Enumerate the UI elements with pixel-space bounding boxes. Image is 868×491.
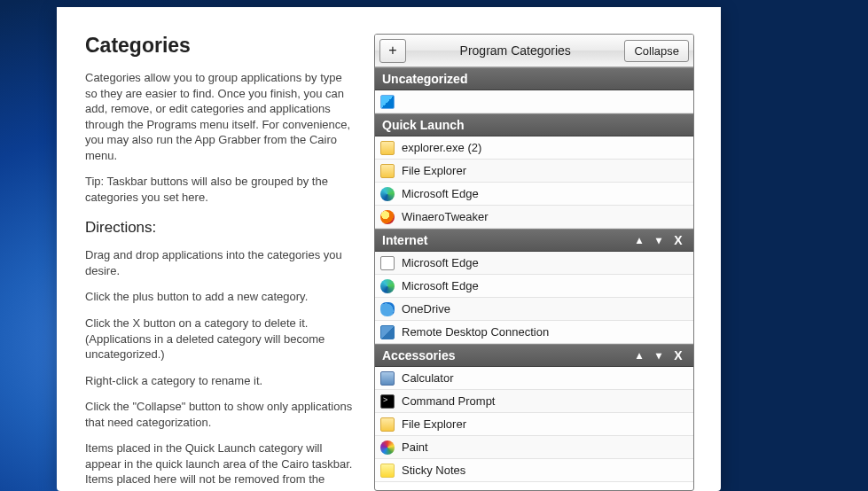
edge-icon [380,187,395,201]
folder-icon [380,164,395,178]
program-item[interactable]: OneDrive [375,298,693,321]
program-label: Microsoft Edge [402,256,479,269]
program-item[interactable]: explorer.exe (2) [375,136,693,160]
category-name: Quick Launch [382,118,686,132]
edge-icon [380,279,395,293]
program-item[interactable]: Microsoft Edge [375,183,693,206]
category-header[interactable]: Internet▴▾X [375,229,693,252]
program-item[interactable]: Paint [375,436,693,459]
tip-paragraph: Tip: Taskbar buttons will also be groupe… [85,174,355,205]
rdp-icon [380,325,395,339]
sticky-icon [380,464,395,478]
page-title: Categories [85,34,355,58]
program-label: explorer.exe (2) [402,141,481,154]
calc-icon [380,371,395,386]
intro-paragraph: Categories allow you to group applicatio… [85,70,355,163]
direction-text: Click the plus button to add a new categ… [85,289,355,305]
categories-panel: + Program Categories Collapse Uncategori… [374,34,694,491]
category-header[interactable]: Quick Launch [375,113,693,136]
program-item[interactable]: File Explorer [375,160,693,183]
win-icon [380,95,395,109]
program-item[interactable] [375,90,693,113]
program-label: File Explorer [402,417,466,431]
program-item[interactable]: Command Prompt [375,390,693,413]
doc-icon [380,256,395,270]
paint-icon [380,440,395,455]
app-grabber-window: Categories Categories allow you to group… [57,7,721,491]
program-label: Sticky Notes [402,464,465,477]
program-label: Command Prompt [402,394,495,408]
onedrive-icon [380,302,395,316]
instructions-pane: Categories Categories allow you to group… [85,34,374,491]
folder-icon [380,141,395,155]
program-label: Microsoft Edge [402,279,479,292]
program-label: Paint [402,440,428,454]
program-item[interactable]: File Explorer [375,413,693,436]
winaero-icon [380,210,395,224]
move-up-icon[interactable]: ▴ [631,347,647,363]
direction-text: Click the X button on a category to dele… [85,316,355,362]
directions-heading: Directions: [85,219,355,237]
categories-toolbar: + Program Categories Collapse [375,35,693,67]
direction-text: Items placed in the Quick Launch categor… [85,440,355,491]
add-category-button[interactable]: + [379,39,406,63]
program-label: Calculator [402,371,454,385]
category-name: Accessories [382,348,628,362]
program-label: File Explorer [402,164,466,177]
direction-text: Drag and drop applications into the cate… [85,247,355,278]
categories-scroll-area[interactable]: UncategorizedQuick Launchexplorer.exe (2… [375,67,693,490]
direction-text: Right-click a category to rename it. [85,373,355,389]
move-down-icon[interactable]: ▾ [651,232,667,248]
program-item[interactable]: WinaeroTweaker [375,206,693,229]
program-item[interactable]: Sticky Notes [375,459,693,482]
program-item[interactable]: Calculator [375,367,693,390]
program-label: Microsoft Edge [402,187,479,200]
collapse-button[interactable]: Collapse [624,40,689,62]
category-header[interactable]: Uncategorized [375,67,693,90]
category-name: Uncategorized [382,72,686,86]
category-name: Internet [382,233,628,247]
direction-text: Click the "Collapse" button to show only… [85,399,355,430]
program-label: OneDrive [402,302,450,316]
program-item[interactable]: Remote Desktop Connection [375,321,693,344]
category-header[interactable]: Accessories▴▾X [375,344,693,367]
program-item[interactable]: Microsoft Edge [375,252,693,275]
delete-category-icon[interactable]: X [670,347,686,363]
move-up-icon[interactable]: ▴ [631,232,647,248]
move-down-icon[interactable]: ▾ [651,347,667,363]
program-label: WinaeroTweaker [402,210,489,223]
folder-icon [380,417,395,432]
program-label: Remote Desktop Connection [402,325,549,339]
delete-category-icon[interactable]: X [670,232,686,248]
cmd-icon [380,394,395,409]
toolbar-title: Program Categories [406,43,624,58]
program-item[interactable]: Microsoft Edge [375,275,693,298]
